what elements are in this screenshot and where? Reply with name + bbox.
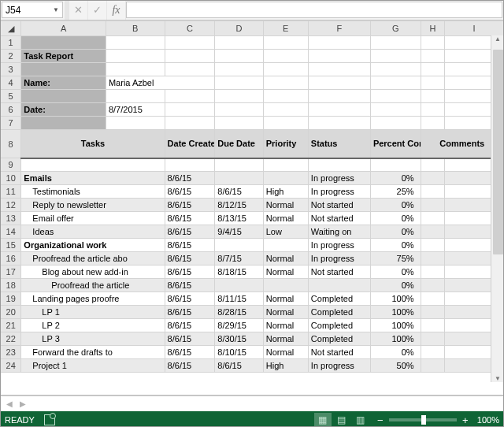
cell-created[interactable]: 8/6/15 — [165, 265, 215, 279]
table-row[interactable]: 14Ideas8/6/159/4/15LowWaiting on0% — [1, 225, 504, 239]
cell-task[interactable]: LP 3 — [21, 332, 165, 346]
cell-priority[interactable]: Normal — [263, 212, 308, 225]
cell-due[interactable]: 8/13/15 — [215, 212, 263, 225]
cell-status[interactable]: In progress — [308, 239, 370, 252]
hdr-status[interactable]: Status — [308, 130, 370, 158]
formula-input[interactable] — [126, 2, 502, 18]
cell-task[interactable]: Proofread the article — [21, 279, 165, 292]
view-page-layout-icon[interactable]: ▤ — [333, 413, 350, 427]
col-header[interactable]: G — [370, 21, 421, 36]
cell-due[interactable]: 8/18/15 — [215, 265, 263, 279]
cell-task[interactable]: Testimonials — [21, 185, 165, 199]
cell-status[interactable]: Completed — [308, 292, 370, 306]
cell-created[interactable]: 8/6/15 — [165, 306, 215, 319]
cell[interactable] — [21, 63, 106, 76]
cell-task[interactable]: Ideas — [21, 225, 165, 239]
cell-priority[interactable]: Normal — [263, 306, 308, 319]
row-header[interactable]: 14 — [1, 225, 21, 239]
cell-status[interactable]: Completed — [308, 332, 370, 346]
scroll-down-icon[interactable]: ▼ — [495, 375, 501, 382]
cell-created[interactable]: 8/6/15 — [165, 319, 215, 332]
row-header[interactable]: 1 — [1, 36, 21, 50]
cell-status[interactable]: Not started — [308, 212, 370, 225]
cell-due[interactable] — [215, 279, 263, 292]
cell[interactable] — [421, 239, 445, 252]
col-header[interactable]: F — [308, 21, 370, 36]
table-row[interactable]: 11Testimonials8/6/158/6/15HighIn progres… — [1, 185, 504, 199]
cell[interactable] — [421, 319, 445, 332]
cell-due[interactable]: 8/11/15 — [215, 292, 263, 306]
cell-status[interactable]: Not started — [308, 199, 370, 212]
cell[interactable] — [421, 185, 445, 199]
cell-due[interactable]: 8/7/15 — [215, 252, 263, 265]
cell-priority[interactable]: Normal — [263, 292, 308, 306]
cell-priority[interactable] — [263, 239, 308, 252]
cell-created[interactable]: 8/6/15 — [165, 346, 215, 359]
cell-due[interactable]: 8/12/15 — [215, 199, 263, 212]
cell-percent[interactable]: 0% — [370, 225, 421, 239]
name-value[interactable]: Maria Azbel — [106, 76, 214, 90]
row-header[interactable]: 18 — [1, 279, 21, 292]
cell-task[interactable]: Landing pages proofre — [21, 292, 165, 306]
col-header[interactable]: H — [421, 21, 445, 36]
hdr-created[interactable]: Date Created — [165, 130, 215, 158]
cell-percent[interactable]: 0% — [370, 279, 421, 292]
cell-priority[interactable]: Normal — [263, 346, 308, 359]
enter-icon[interactable]: ✓ — [88, 0, 107, 20]
cell-percent[interactable]: 100% — [370, 332, 421, 346]
cell[interactable] — [421, 225, 445, 239]
cell-status[interactable]: Completed — [308, 319, 370, 332]
cell[interactable] — [421, 212, 445, 225]
cell-task[interactable]: Forward the drafts to — [21, 346, 165, 359]
cell-task[interactable]: LP 2 — [21, 319, 165, 332]
table-row[interactable]: 16Proofread the article abo8/6/158/7/15N… — [1, 252, 504, 265]
cell[interactable] — [421, 346, 445, 359]
row-header[interactable]: 24 — [1, 359, 21, 373]
row-header[interactable]: 9 — [1, 158, 21, 172]
cell-task[interactable]: Proofread the article abo — [21, 252, 165, 265]
cell-priority[interactable]: Normal — [263, 199, 308, 212]
cell-status[interactable]: In progress — [308, 185, 370, 199]
hdr-due[interactable]: Due Date — [215, 130, 263, 158]
cell-percent[interactable]: 0% — [370, 212, 421, 225]
table-row[interactable]: 21LP 28/6/158/29/15NormalCompleted100% — [1, 319, 504, 332]
table-row[interactable]: 10Emails8/6/15In progress0% — [1, 172, 504, 185]
cell-priority[interactable]: High — [263, 359, 308, 373]
row-header[interactable]: 20 — [1, 306, 21, 319]
cancel-icon[interactable]: ✕ — [69, 0, 88, 20]
name-box[interactable]: J54 ▼ — [2, 2, 63, 18]
table-row[interactable]: 23Forward the drafts to 8/6/158/10/15Nor… — [1, 346, 504, 359]
table-row[interactable]: 12Reply to newsletter8/6/158/12/15Normal… — [1, 199, 504, 212]
col-header[interactable]: C — [165, 21, 215, 36]
cell-due[interactable] — [215, 239, 263, 252]
cell-percent[interactable]: 100% — [370, 306, 421, 319]
report-title[interactable]: Task Report — [21, 50, 106, 63]
col-header[interactable]: D — [215, 21, 263, 36]
macro-record-icon[interactable] — [44, 414, 55, 425]
cell-percent[interactable]: 100% — [370, 292, 421, 306]
tab-nav-icons[interactable]: ◀ ▶ — [6, 399, 28, 408]
row-header[interactable]: 19 — [1, 292, 21, 306]
cell-task[interactable]: Project 1 — [21, 359, 165, 373]
cell-task[interactable]: Reply to newsletter — [21, 199, 165, 212]
column-header-row[interactable]: ◢ A B C D E F G H I — [1, 21, 504, 36]
cell-created[interactable]: 8/6/15 — [165, 199, 215, 212]
cell-task[interactable]: Blog about new add-in — [21, 265, 165, 279]
row-header[interactable]: 5 — [1, 90, 21, 103]
cell[interactable] — [421, 199, 445, 212]
row-header[interactable]: 11 — [1, 185, 21, 199]
table-row[interactable]: 15Organizational work8/6/15In progress0% — [1, 239, 504, 252]
cell[interactable] — [21, 36, 106, 50]
cell-status[interactable]: In progress — [308, 359, 370, 373]
col-header[interactable]: I — [445, 21, 504, 36]
cell-created[interactable]: 8/6/15 — [165, 185, 215, 199]
cell[interactable] — [421, 306, 445, 319]
cell[interactable] — [421, 359, 445, 373]
cell-task[interactable]: Emails — [21, 172, 165, 185]
cell-created[interactable]: 8/6/15 — [165, 359, 215, 373]
cell[interactable] — [21, 117, 106, 130]
cell-created[interactable]: 8/6/15 — [165, 252, 215, 265]
cell-created[interactable]: 8/6/15 — [165, 332, 215, 346]
zoom-value[interactable]: 100% — [477, 415, 499, 425]
cell-priority[interactable]: Low — [263, 225, 308, 239]
